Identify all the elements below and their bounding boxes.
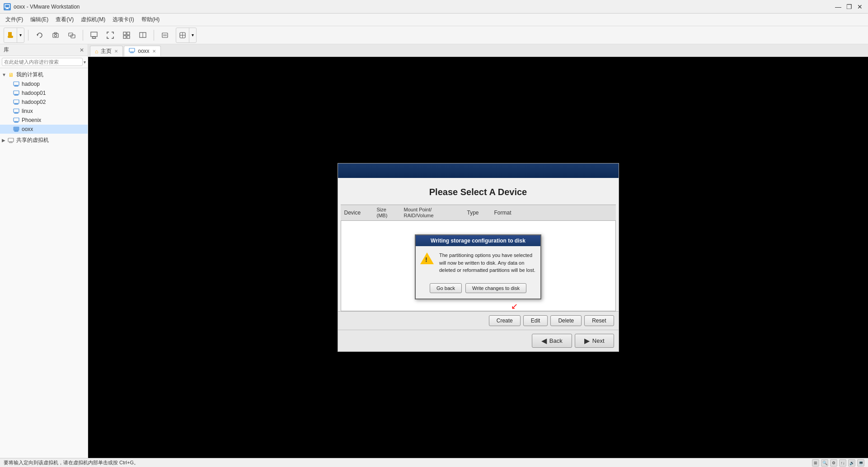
delete-button[interactable]: Delete <box>550 315 582 326</box>
vm-screen[interactable]: Please Select A Device Device Size (MB) … <box>88 57 868 458</box>
view-full-screen[interactable] <box>103 28 117 42</box>
sidebar-close[interactable]: ✕ <box>80 47 84 53</box>
tabbar: ⌂ 主页 ✕ ooxx ✕ <box>88 44 868 57</box>
sidebar-item-hadoop[interactable]: hadoop <box>0 79 88 89</box>
hadoop02-label: hadoop02 <box>22 99 46 105</box>
hadoop01-label: hadoop01 <box>22 90 46 96</box>
svg-rect-1 <box>6 8 8 9</box>
titlebar: ooxx - VMware Workstation — ❐ ✕ <box>0 0 868 14</box>
home-tab-close[interactable]: ✕ <box>114 49 118 54</box>
col-format: Format <box>494 210 530 216</box>
menu-tab[interactable]: 选项卡(I) <box>109 14 137 25</box>
mycomputer-label: 我的计算机 <box>16 71 43 79</box>
warning-dialog-text: The partitioning options you have select… <box>439 252 536 274</box>
menu-view[interactable]: 查看(V) <box>52 14 77 25</box>
menubar: 文件(F) 编辑(E) 查看(V) 虚拟机(M) 选项卡(I) 帮助(H) <box>0 14 868 26</box>
sidebar-item-shared[interactable]: ▶ 共享的虚拟机 <box>0 135 88 145</box>
svg-rect-28 <box>14 86 19 86</box>
warning-triangle-icon <box>420 252 434 264</box>
status-icon-1: ⊞ <box>812 459 819 467</box>
sidebar-search-input[interactable] <box>2 58 83 66</box>
close-button[interactable]: ✕ <box>855 2 864 11</box>
view-normal[interactable] <box>87 28 101 42</box>
minimize-button[interactable]: — <box>834 2 843 11</box>
svg-rect-35 <box>14 109 19 112</box>
installer-titlebar <box>338 163 619 178</box>
sidebar-title: 库 <box>4 46 9 54</box>
menu-vm[interactable]: 虚拟机(M) <box>77 14 109 25</box>
view-quickswitch[interactable] <box>136 28 150 42</box>
restore-button[interactable]: ❐ <box>845 2 854 11</box>
menu-edit[interactable]: 编辑(E) <box>27 14 52 25</box>
power-button[interactable] <box>4 28 17 42</box>
sidebar-search-container: ▾ <box>0 56 88 68</box>
ooxx-tab-close[interactable]: ✕ <box>152 49 156 54</box>
window-controls: — ❐ ✕ <box>834 2 864 11</box>
vmtools-dropdown[interactable]: ▾ <box>189 28 196 42</box>
search-dropdown-arrow[interactable]: ▾ <box>84 60 86 65</box>
ooxx-tab-label: ooxx <box>138 48 149 54</box>
sidebar-item-linux[interactable]: linux <box>0 107 88 116</box>
svg-rect-26 <box>14 82 19 85</box>
divider-1 <box>28 30 28 41</box>
next-nav-button[interactable]: ▶ Next <box>575 334 614 348</box>
go-back-button[interactable]: Go back <box>430 283 462 293</box>
send-ctrlaltdel[interactable] <box>158 28 172 42</box>
power-dropdown[interactable]: ▾ <box>17 28 24 42</box>
tab-home[interactable]: ⌂ 主页 ✕ <box>90 46 123 56</box>
col-type: Type <box>467 210 494 216</box>
sidebar-item-mycomputer[interactable]: ▼ 🖥 我的计算机 <box>0 70 88 79</box>
device-table-header: Device Size (MB) Mount Point/ RAID/Volum… <box>341 205 616 221</box>
svg-rect-29 <box>14 91 19 94</box>
divider-2 <box>83 30 83 41</box>
next-nav-label: Next <box>592 337 605 344</box>
svg-rect-17 <box>123 36 126 38</box>
sidebar-item-hadoop01[interactable]: hadoop01 <box>0 89 88 98</box>
sidebar-item-phoenix[interactable]: Phoenix <box>0 116 88 125</box>
sidebar-item-ooxx[interactable]: ooxx <box>0 125 88 134</box>
snapshot-button[interactable] <box>48 28 63 42</box>
warning-dialog: Writing storage configuration to disk Th… <box>415 234 541 299</box>
vm-content-area[interactable]: Please Select A Device Device Size (MB) … <box>88 57 868 458</box>
installer-page-title: Please Select A Device <box>338 178 619 205</box>
window-title: ooxx - VMware Workstation <box>14 4 834 10</box>
menu-help[interactable]: 帮助(H) <box>138 14 164 25</box>
vm-icon-linux <box>13 107 20 115</box>
menu-file[interactable]: 文件(F) <box>2 14 27 25</box>
reset-button[interactable]: Reset <box>584 315 614 326</box>
write-changes-button[interactable]: Write changes to disk <box>465 283 526 293</box>
statusbar-text: 要将输入定向到该虚拟机，请在虚拟机内部单击或按 Ctrl+G。 <box>4 459 139 466</box>
divider-3 <box>154 30 154 41</box>
sidebar-item-hadoop02[interactable]: hadoop02 <box>0 98 88 107</box>
vm-icon-hadoop01 <box>13 89 20 97</box>
svg-rect-40 <box>14 122 19 122</box>
right-panel: ⌂ 主页 ✕ ooxx ✕ <box>88 44 868 458</box>
vmtools-button[interactable] <box>176 28 189 42</box>
svg-rect-2 <box>5 9 9 9</box>
svg-rect-14 <box>92 38 96 38</box>
svg-rect-44 <box>8 138 14 142</box>
installer-main: Please Select A Device Device Size (MB) … <box>338 178 619 351</box>
svg-rect-22 <box>163 34 167 36</box>
tab-ooxx[interactable]: ooxx ✕ <box>124 46 160 56</box>
vm-icon-hadoop02 <box>13 98 20 106</box>
toolbar: ▾ <box>0 26 868 44</box>
status-icon-2: 🔍 <box>821 459 828 467</box>
back-arrow-icon: ◀ <box>541 336 547 345</box>
svg-rect-5 <box>8 36 13 38</box>
svg-rect-46 <box>129 48 135 52</box>
create-button[interactable]: Create <box>489 315 521 326</box>
vm-icon-phoenix <box>13 117 20 124</box>
installer-dialog: Please Select A Device Device Size (MB) … <box>338 163 619 352</box>
view-unity[interactable] <box>119 28 134 42</box>
statusbar-right: ⊞ 🔍 ⚙ ↑↓ 🔊 💻 <box>812 459 864 467</box>
warning-dialog-body: The partitioning options you have select… <box>416 246 540 280</box>
sidebar-tree: ▼ 🖥 我的计算机 hadoop hadoop01 hado <box>0 68 88 458</box>
revert-button[interactable] <box>32 28 47 42</box>
snapshot-manager-button[interactable] <box>65 28 79 42</box>
status-icon-5: 🔊 <box>848 459 855 467</box>
hadoop-label: hadoop <box>22 81 40 87</box>
edit-button[interactable]: Edit <box>523 315 548 326</box>
back-nav-button[interactable]: ◀ Back <box>532 334 572 348</box>
warning-dialog-title: Writing storage configuration to disk <box>416 235 540 246</box>
